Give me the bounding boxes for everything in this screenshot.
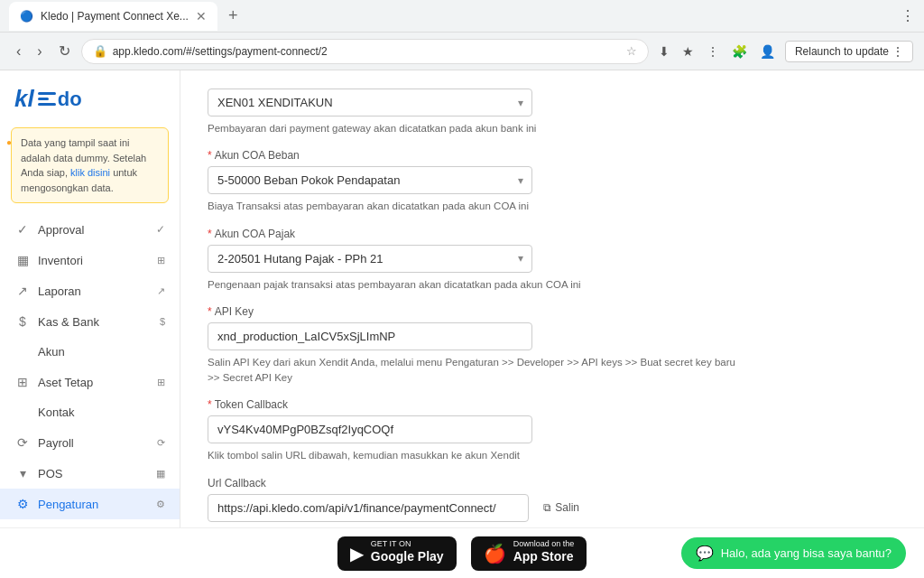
coa-pajak-select-wrapper: 2-20501 Hutang Pajak - PPh 21 ▾ — [208, 245, 532, 273]
inventori-arrow-icon: ⊞ — [157, 255, 165, 266]
settings-btn[interactable]: ⋮ — [702, 42, 724, 61]
browser-chrome: 🔵 Kledo | Payment Connect Xe... ✕ + ⋮ — [0, 0, 924, 33]
pengaturan-arrow-icon: ⚙ — [156, 499, 165, 510]
clear-data-link[interactable]: klik disini — [70, 167, 110, 178]
api-key-label-text: API Key — [215, 305, 254, 318]
coa-pajak-select[interactable]: 2-20501 Hutang Pajak - PPh 21 — [208, 245, 532, 273]
coa-beban-select[interactable]: 5-50000 Beban Pokok Pendapatan — [208, 166, 532, 194]
sidebar-label-pos: POS — [38, 467, 62, 480]
sidebar-label-aset-tetap: Aset Tetap — [38, 376, 93, 389]
bank-account-hint: Pembayaran dari payment gateway akan dic… — [208, 121, 749, 136]
profile-btn[interactable]: 👤 — [755, 42, 780, 61]
coa-beban-field-group: * Akun COA Beban 5-50000 Beban Pokok Pen… — [208, 149, 749, 214]
sidebar: kl do Data yang tampil saat ini adalah d… — [0, 70, 180, 527]
apple-icon: 🍎 — [484, 543, 506, 564]
sidebar-item-laporan[interactable]: ↗ Laporan ↗ — [0, 275, 180, 306]
sidebar-item-inventori[interactable]: ▦ Inventori ⊞ — [0, 245, 180, 275]
sidebar-item-payroll[interactable]: ⟳ Payroll ⟳ — [0, 427, 180, 458]
address-url: app.kledo.com/#/settings/payment-connect… — [113, 45, 621, 58]
laporan-icon: ↗ — [14, 284, 31, 298]
api-key-label: * API Key — [208, 305, 749, 318]
coa-beban-label: * Akun COA Beban — [208, 149, 749, 162]
refresh-btn[interactable]: ↻ — [53, 39, 76, 63]
main-content: XEN01 XENDITAKUN ▾ Pembayaran dari payme… — [180, 70, 924, 527]
url-callback-field-group: Url Callback ⧉ Salin — [208, 477, 749, 522]
app-logo: kl do — [14, 85, 165, 113]
url-callback-input[interactable] — [208, 494, 529, 522]
relaunch-btn[interactable]: Relaunch to update ⋮ — [785, 41, 913, 62]
approval-icon: ✓ — [14, 222, 31, 237]
coa-pajak-hint: Pengenaan pajak transaksi atas pembayara… — [208, 277, 749, 293]
nav-bar: ‹ › ↻ 🔒 app.kledo.com/#/settings/payment… — [0, 33, 924, 70]
dummy-data-notice: Data yang tampil saat ini adalah data du… — [11, 127, 169, 203]
google-play-badge[interactable]: ▶ GET IT ON Google Play — [337, 536, 457, 571]
pengaturan-icon: ⚙ — [14, 497, 31, 511]
aset-tetap-arrow-icon: ⊞ — [157, 377, 165, 388]
google-play-name: Google Play — [371, 548, 444, 566]
inventori-icon: ▦ — [14, 253, 31, 267]
sidebar-item-faq[interactable]: ? FAQ ? — [0, 519, 180, 527]
forward-btn[interactable]: › — [32, 40, 47, 63]
coa-beban-label-text: Akun COA Beban — [215, 149, 300, 162]
whatsapp-icon: 💬 — [696, 545, 714, 562]
footer: ▶ GET IT ON Google Play 🍎 Download on th… — [0, 527, 924, 578]
sidebar-label-kontak: Kontak — [38, 406, 74, 419]
coa-pajak-label-text: Akun COA Pajak — [215, 228, 295, 240]
browser-tab[interactable]: 🔵 Kledo | Payment Connect Xe... ✕ — [9, 2, 217, 31]
back-btn[interactable]: ‹ — [11, 40, 26, 63]
logo-lines — [38, 92, 56, 106]
app-store-prefix: Download on the — [513, 540, 575, 548]
payroll-icon: ⟳ — [14, 435, 31, 450]
coa-beban-hint: Biaya Transaksi atas pembayaran akan dic… — [208, 199, 749, 214]
bank-account-select-wrapper: XEN01 XENDITAKUN ▾ — [208, 89, 532, 117]
sidebar-item-pengaturan[interactable]: ⚙ Pengaturan ⚙ — [0, 489, 180, 519]
sidebar-item-akun[interactable]: Akun — [0, 337, 180, 367]
tab-title: Kledo | Payment Connect Xe... — [41, 10, 189, 23]
sidebar-label-akun: Akun — [38, 345, 65, 359]
token-callback-input[interactable] — [208, 415, 532, 443]
sidebar-label-pengaturan: Pengaturan — [38, 498, 98, 511]
sidebar-item-pos[interactable]: ▾ POS ▦ — [0, 458, 180, 489]
api-key-field-group: * API Key Salin API Key dari akun Xendit… — [208, 305, 749, 387]
sidebar-item-aset-tetap[interactable]: ⊞ Aset Tetap ⊞ — [0, 367, 180, 397]
payroll-arrow-icon: ⟳ — [157, 437, 165, 449]
nav-icons: ⬇ ★ ⋮ 🧩 👤 — [654, 42, 780, 61]
app-store-badge[interactable]: 🍎 Download on the App Store — [471, 536, 587, 571]
salin-url-btn[interactable]: ⧉ Salin — [536, 496, 587, 519]
api-key-hint: Salin API Key dari akun Xendit Anda, mel… — [208, 355, 749, 387]
sidebar-label-payroll: Payroll — [38, 436, 74, 450]
sidebar-nav: ✓ Approval ✓ ▦ Inventori ⊞ ↗ Laporan ↗ — [0, 210, 180, 527]
chat-btn[interactable]: 💬 Halo, ada yang bisa saya bantu? — [681, 537, 906, 569]
sidebar-item-kontak[interactable]: Kontak — [0, 397, 180, 427]
bank-account-field-group: XEN01 XENDITAKUN ▾ Pembayaran dari payme… — [208, 89, 749, 136]
app-container: kl do Data yang tampil saat ini adalah d… — [0, 70, 924, 527]
sidebar-label-laporan: Laporan — [38, 284, 81, 298]
pos-arrow-icon: ▦ — [156, 468, 165, 480]
approval-check-icon: ✓ — [156, 223, 165, 236]
bookmark-btn[interactable]: ★ — [678, 42, 698, 61]
url-callback-label-text: Url Callback — [208, 477, 266, 489]
bank-account-select[interactable]: XEN01 XENDITAKUN — [208, 89, 532, 117]
app-store-name: App Store — [513, 548, 575, 566]
sidebar-label-approval: Approval — [38, 223, 84, 237]
address-bar[interactable]: 🔒 app.kledo.com/#/settings/payment-conne… — [81, 39, 649, 64]
tab-close-btn[interactable]: ✕ — [196, 9, 207, 23]
coa-pajak-field-group: * Akun COA Pajak 2-20501 Hutang Pajak - … — [208, 228, 749, 293]
aset-tetap-icon: ⊞ — [14, 375, 31, 389]
sidebar-item-kas-bank[interactable]: $ Kas & Bank $ — [0, 306, 180, 337]
sidebar-label-kas-bank: Kas & Bank — [38, 315, 99, 329]
api-key-input[interactable] — [208, 322, 532, 350]
coa-pajak-label: * Akun COA Pajak — [208, 228, 749, 240]
downloads-btn[interactable]: ⬇ — [654, 42, 674, 61]
logo-area: kl do — [0, 70, 180, 120]
copy-icon: ⧉ — [543, 501, 551, 514]
new-tab-btn[interactable]: + — [228, 6, 238, 25]
sidebar-item-approval[interactable]: ✓ Approval ✓ — [0, 214, 180, 245]
url-callback-label: Url Callback — [208, 477, 749, 489]
sidebar-label-inventori: Inventori — [38, 254, 83, 267]
kas-bank-icon: $ — [14, 314, 31, 329]
pos-icon: ▾ — [14, 466, 31, 480]
token-callback-label-text: Token Callback — [215, 398, 288, 411]
google-play-icon: ▶ — [350, 543, 364, 564]
extensions-btn[interactable]: 🧩 — [727, 42, 752, 61]
